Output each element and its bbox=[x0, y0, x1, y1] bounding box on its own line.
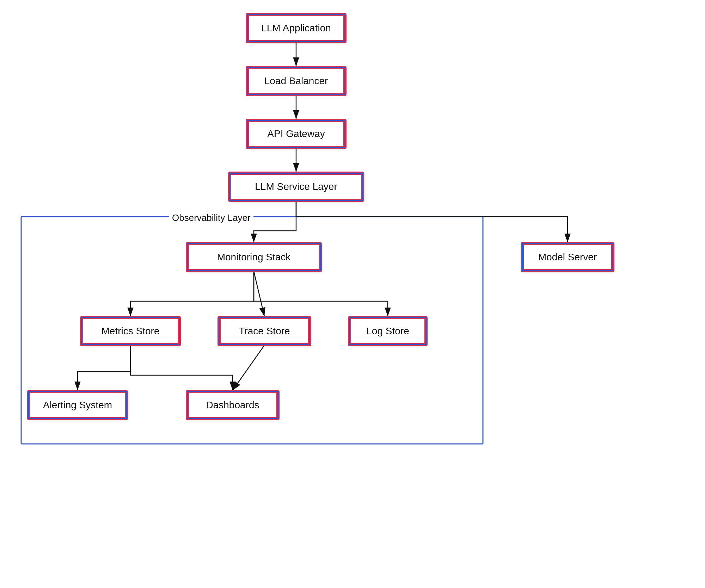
observability-layer-label: Observability Layer bbox=[169, 212, 253, 223]
llm-service-layer-node: LLM Service Layer bbox=[229, 173, 363, 201]
llm-application-node: LLM Application bbox=[247, 14, 345, 42]
api-gateway-node: API Gateway bbox=[247, 120, 345, 148]
trace-store-node: Trace Store bbox=[219, 317, 310, 345]
load-balancer-node: Load Balancer bbox=[247, 67, 345, 95]
svg-line-6 bbox=[233, 345, 264, 390]
diagram-container: Observability Layer LLM Application Load… bbox=[0, 0, 705, 588]
monitoring-stack-node: Monitoring Stack bbox=[187, 243, 321, 271]
alerting-system-node: Alerting System bbox=[28, 391, 127, 419]
svg-line-5 bbox=[254, 271, 264, 316]
dashboards-node: Dashboards bbox=[187, 391, 278, 419]
metrics-store-node: Metrics Store bbox=[81, 317, 180, 345]
model-server-node: Model Server bbox=[522, 243, 613, 271]
diagram-svg bbox=[0, 0, 705, 588]
log-store-node: Log Store bbox=[349, 317, 427, 345]
